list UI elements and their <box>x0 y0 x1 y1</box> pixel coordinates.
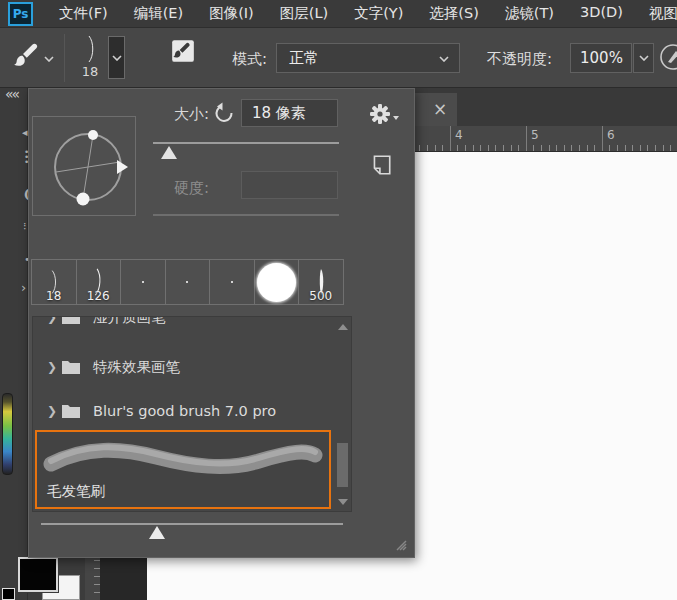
default-colors-icon[interactable] <box>2 588 15 600</box>
preset-size-label: 126 <box>77 289 121 303</box>
toggle-brush-panel-icon[interactable] <box>170 38 196 64</box>
ruler-number: 5 <box>531 128 539 142</box>
menu-layer[interactable]: 图层(L) <box>267 4 341 23</box>
opacity-dropdown-button[interactable] <box>633 43 654 73</box>
panel-menu-button[interactable] <box>370 103 400 125</box>
hardness-label: 硬度: <box>174 179 209 198</box>
brush-preset-dot[interactable] <box>209 259 255 305</box>
ps-logo: Ps <box>8 2 33 26</box>
folder-special-effects[interactable]: ❯ 特殊效果画笔 <box>33 350 333 384</box>
menu-select[interactable]: 选择(S) <box>416 4 492 23</box>
preset-size-label: 500 <box>299 289 343 303</box>
crop-tool-icon[interactable]: ⁝ <box>23 220 27 233</box>
folder-icon <box>61 359 81 375</box>
ruler-number: 4 <box>455 128 463 142</box>
brush-preset-panel: 大小: 18 像素 <box>28 88 415 558</box>
folder-wet-media[interactable]: ❯ 湿介质画笔 <box>33 316 333 334</box>
gear-menu-arrow-icon <box>393 116 399 120</box>
disclosure-chevron-icon[interactable]: ❯ <box>47 404 61 418</box>
scrollbar-thumb[interactable] <box>337 443 348 487</box>
selected-brush-name: 毛发笔刷 <box>47 482 105 501</box>
new-preset-icon[interactable] <box>369 153 393 177</box>
chevron-down-icon <box>639 55 649 61</box>
color-ramp-strip <box>2 393 13 475</box>
brush-dot-thumb <box>186 281 188 283</box>
brush-tip-angle-preview[interactable] <box>32 116 136 216</box>
brush-folder-list: ❯ 湿介质画笔 ❯ 特殊效果画笔 ❯ Blur's good brush 7.0… <box>32 316 352 512</box>
opacity-label: 不透明度: <box>487 50 552 69</box>
folder-icon <box>61 316 81 325</box>
menu-items: 文件(F) 编辑(E) 图像(I) 图层(L) 文字(Y) 选择(S) 滤镜(T… <box>46 4 677 23</box>
menu-bar: Ps 文件(F) 编辑(E) 图像(I) 图层(L) 文字(Y) 选择(S) 滤… <box>0 0 677 28</box>
preset-size-label: 18 <box>32 289 76 303</box>
pressure-opacity-icon[interactable] <box>658 42 677 72</box>
brush-circle-thumb <box>257 263 296 302</box>
brush-preset-size: 18 <box>74 64 106 79</box>
brush-stroke-sample <box>41 436 325 482</box>
size-input[interactable]: 18 像素 <box>241 99 338 127</box>
mode-label: 模式: <box>232 50 267 69</box>
menu-file[interactable]: 文件(F) <box>46 4 121 23</box>
brush-tool-slot-icon[interactable]: › <box>21 280 26 295</box>
scroll-up-icon[interactable] <box>338 324 348 330</box>
ruler-number: 6 <box>607 128 615 142</box>
menu-filter[interactable]: 滤镜(T) <box>492 4 567 23</box>
separator <box>64 34 65 82</box>
menu-image[interactable]: 图像(I) <box>196 4 267 23</box>
photoshop-window: × 4 5 6 «« ◂ ••• ❨ ⁝ • › Ps 文件(F) 编辑(E) … <box>0 0 677 600</box>
ruler-major-tick <box>526 126 527 151</box>
menu-edit[interactable]: 编辑(E) <box>121 4 196 23</box>
menu-3d[interactable]: 3D(D) <box>567 4 636 23</box>
disclosure-chevron-icon[interactable]: ❯ <box>47 316 61 324</box>
selected-brush-item[interactable]: 毛发笔刷 <box>35 430 331 509</box>
brush-preset-18[interactable]: 18 <box>31 259 77 305</box>
hardness-slider-track <box>153 214 339 216</box>
menu-view[interactable]: 视图(V) <box>636 4 677 23</box>
tools-toolbar: «« ◂ ••• ❨ ⁝ • › <box>0 88 28 600</box>
toolbar-collapse-icon[interactable]: «« <box>5 86 18 102</box>
opacity-input[interactable]: 100% <box>570 43 632 73</box>
move-tool-icon[interactable]: ◂ <box>22 126 28 139</box>
folder-name: 特殊效果画笔 <box>93 358 180 377</box>
size-reset-icon[interactable] <box>212 101 236 125</box>
brush-preset-dot[interactable] <box>165 259 211 305</box>
preview-size-slider-thumb[interactable] <box>149 526 165 539</box>
brush-tool-icon[interactable] <box>13 41 41 69</box>
size-value: 18 像素 <box>252 104 306 123</box>
ruler-major-tick <box>602 126 603 151</box>
brush-preset-500[interactable]: 500 <box>298 259 344 305</box>
folder-name: 湿介质画笔 <box>93 316 166 327</box>
brush-preset-dot[interactable] <box>120 259 166 305</box>
folder-name: Blur's good brush 7.0 pro <box>93 403 276 419</box>
chevron-down-icon <box>439 56 449 62</box>
brush-preset-picker-button[interactable] <box>108 36 125 79</box>
gear-icon <box>370 104 390 124</box>
chevron-down-icon <box>112 55 122 61</box>
hardness-input <box>241 171 338 199</box>
menu-type[interactable]: 文字(Y) <box>341 4 416 23</box>
brush-dot-thumb <box>142 281 144 283</box>
disclosure-chevron-icon[interactable]: ❯ <box>47 360 61 374</box>
options-bar: 18 模式: 正常 不透明度: 100% <box>0 28 677 88</box>
brush-preset-126[interactable]: 126 <box>76 259 122 305</box>
size-slider-track[interactable] <box>153 142 339 144</box>
mode-value: 正常 <box>289 49 319 68</box>
document-tab[interactable]: × <box>415 93 457 126</box>
brush-dot-thumb <box>231 281 233 283</box>
tool-preset-chevron-icon[interactable] <box>44 56 54 62</box>
folder-blurs-good-brush[interactable]: ❯ Blur's good brush 7.0 pro <box>33 394 333 428</box>
tab-close-icon[interactable]: × <box>433 101 447 118</box>
brush-preset-round[interactable] <box>254 259 300 305</box>
mode-dropdown[interactable]: 正常 <box>276 43 460 73</box>
brush-tip-angle-graphic <box>33 117 135 215</box>
scroll-down-icon[interactable] <box>338 499 348 505</box>
size-label: 大小: <box>174 105 209 124</box>
panel-resize-grip[interactable] <box>391 537 407 551</box>
foreground-color-swatch[interactable] <box>18 557 58 592</box>
folder-icon <box>61 403 81 419</box>
brush-stroke-preview-icon[interactable] <box>80 34 102 64</box>
preview-size-slider-track[interactable] <box>41 523 343 525</box>
brush-presets-row: 18 126 500 <box>31 259 344 305</box>
size-slider-thumb[interactable] <box>161 146 177 159</box>
list-scrollbar[interactable] <box>334 317 351 511</box>
